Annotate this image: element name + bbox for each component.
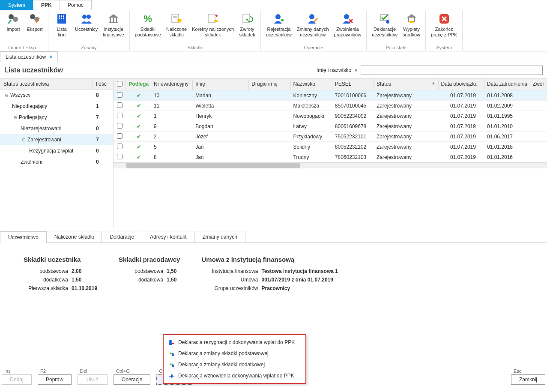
cell-data-obowiazku: 01.07.2019 [439,91,484,100]
table-row[interactable]: ✔8JanTrudny78060232103Zarejestrowany01.0… [114,152,547,162]
col-drugie-imie[interactable]: Drugie imię [249,79,290,90]
detail-label: Instytucja finansowa [201,268,261,274]
sidebar-header-count[interactable]: Ilość [93,79,113,89]
sidebar-item-niepodlegający[interactable]: Niepodlegający1 [0,101,113,112]
col-nr-ewidencyjny[interactable]: Nr ewidencyjny [151,79,193,90]
table-row[interactable]: ✔5JanSolidny80052232102Zarejestrowany01.… [114,142,547,152]
search-input[interactable] [361,66,543,75]
svg-point-12 [87,15,91,19]
detail-row: dodatkowa1,50 [24,277,97,283]
collapse-icon[interactable]: ⊖ [12,115,18,120]
tab-adresy-i-kontakt[interactable]: Adresy i kontakt [142,231,194,242]
detail-value: 01.10.2019 [72,285,97,291]
col-podlega[interactable]: Podlega [126,79,151,90]
menu-item[interactable]: %Deklaracja zmiany składki podstawowej [164,348,305,359]
tab-uczestnictwo[interactable]: Uczestnictwo [0,231,47,243]
detail-row: podstawowa1,50 [119,268,180,274]
declaration-icon: % [168,361,175,368]
table-row[interactable]: ✔11WiolettaMałolepsza85070100045Zarejest… [114,101,547,111]
ribbon-deklaracje[interactable]: Deklaracjeuczestników [369,11,400,44]
table-row[interactable]: ✔9BogdanŁatwy80061609678Zarejestrowany01… [114,121,547,132]
col-zwol[interactable]: Zwol [530,79,547,90]
ribbon-zakoncz[interactable]: Zakończpracę z PPK [428,11,460,44]
ribbon-naliczone[interactable]: Naliczoneskładki [164,11,189,44]
row-checkbox[interactable] [117,123,123,129]
ribbon-zwroty[interactable]: Zwrotyskładek [236,11,258,44]
popraw-button[interactable]: Popraw [38,374,72,385]
sidebar-item-zarejestrowani[interactable]: ⊖Zarejestrowani7 [0,134,113,145]
check-icon: ✔ [126,153,151,162]
col-status[interactable]: Status▲ [374,79,439,90]
sidebar-item-podlegający[interactable]: ⊖Podlegający7 [0,112,113,123]
row-checkbox[interactable] [117,102,123,108]
svg-rect-36 [169,342,172,345]
ribbon-wyplaty[interactable]: Wypłatyśrodków [400,11,423,44]
cell-nr: 8 [151,153,193,162]
horizontal-scrollbar[interactable] [114,162,547,168]
cell-data-zatrudnienia: 01.01.2008 [484,91,530,100]
document-tab-lista-uczestnikow[interactable]: Lista uczestników × [0,51,58,62]
ribbon-zwolnienia[interactable]: Zwolnieniapracowników [332,11,364,44]
cell-drugie [249,125,290,128]
cell-pesel: 90052234002 [332,112,374,120]
wyplaty-icon [405,12,418,26]
table-row[interactable]: ✔1HenrykNowobogacki90052234002Zarejestro… [114,111,547,121]
operacje-button[interactable]: Operacje [114,374,151,385]
row-checkbox[interactable] [117,113,123,118]
ribbon-group-label: Import / Eksp... [3,44,45,51]
col-data-zatrudnienia[interactable]: Data zatrudnienia [484,79,530,90]
menu-item-label: Deklaracja zmiany składki dodatkowej [178,362,265,368]
col-imie[interactable]: Imię [193,79,249,90]
ribbon-zmiany-danych[interactable]: Zmiany danychuczestników [294,11,332,44]
checkbox-all[interactable] [117,81,123,87]
col-data-obowiazku[interactable]: Data obowiązku [439,79,484,90]
tab-pomoc[interactable]: Pomoc [60,0,92,10]
col-nazwisko[interactable]: Nazwisko [291,79,332,90]
cell-nazwisko: Małolepsza [291,102,332,110]
sidebar-item-wszyscy[interactable]: ⊖Wszyscy8 [0,90,113,101]
cell-status: Zarejestrowany [374,153,439,162]
menu-item[interactable]: %Deklaracja zmiany składki dodatkowej [164,359,305,370]
ribbon-uczestnicy[interactable]: Uczestnicy [72,11,100,44]
tab-deklaracje[interactable]: Deklaracje [102,231,142,242]
ribbon-eksport[interactable]: Eksport [24,11,45,44]
tab-ppk[interactable]: PPK [33,0,60,10]
col-checkbox[interactable] [114,79,126,90]
ribbon-label: Naliczoneskładki [166,27,187,38]
row-checkbox[interactable] [117,133,123,139]
sidebar-header-status[interactable]: Status uczestnictwa [0,79,93,89]
detail-value: 1,50 [167,277,176,283]
collapse-icon[interactable]: ⊖ [21,137,27,143]
ribbon-instytucje[interactable]: Instytucjefinansowe [100,11,127,44]
document-tabs: Lista uczestników × [0,51,547,62]
cell-drugie [249,105,290,107]
sidebar-item-zwolnieni[interactable]: Zwolnieni0 [0,156,113,168]
col-pesel[interactable]: PESEL [332,79,374,90]
search-field-label[interactable]: Imię i nazwisko [317,67,351,73]
sidebar-item-rezygnacja-z-wpłat[interactable]: Rezygnacja z wpłat0 [0,145,113,156]
ribbon-korekty[interactable]: Korekty naliczonychskładek [189,11,236,44]
row-checkbox[interactable] [117,92,123,98]
collapse-icon[interactable]: ⊖ [3,93,9,98]
cell-nr: 2 [151,132,193,141]
menu-item[interactable]: Deklaracja wznowienia dokonywania wpłat … [164,370,305,381]
zamknij-button[interactable]: Zamknij [511,374,545,385]
table-row[interactable]: ✔10MarianKonieczny70010100066Zarejestrow… [114,90,547,101]
ribbon-rejestracja[interactable]: Rejestracjauczestników [263,11,294,44]
row-checkbox[interactable] [117,144,123,149]
zakoncz-icon [437,12,451,26]
tab-system[interactable]: System [0,0,33,10]
ribbon-lista-firm[interactable]: Listafirm [51,11,72,44]
close-icon[interactable]: × [49,54,52,60]
sidebar-item-niezarejestrowani[interactable]: Niezarejestrowani0 [0,123,113,134]
tab-naliczone-składki[interactable]: Naliczone składki [46,231,102,242]
menu-item[interactable]: Deklaracja rezygnacji z dokonywania wpła… [164,337,305,348]
ribbon-skladki-podst[interactable]: %Składkipodstawowe [132,11,164,44]
table-row[interactable]: ✔2JózefPrzykładowy75052232101Zarejestrow… [114,132,547,142]
shortcut-label: Ins [2,368,32,374]
cell-nazwisko: Trudny [291,153,332,162]
chevron-down-icon[interactable]: ▼ [354,68,358,73]
tab-zmiany-danych[interactable]: Zmiany danych [194,231,245,242]
row-checkbox[interactable] [117,154,123,159]
ribbon-import[interactable]: Import [3,11,24,44]
